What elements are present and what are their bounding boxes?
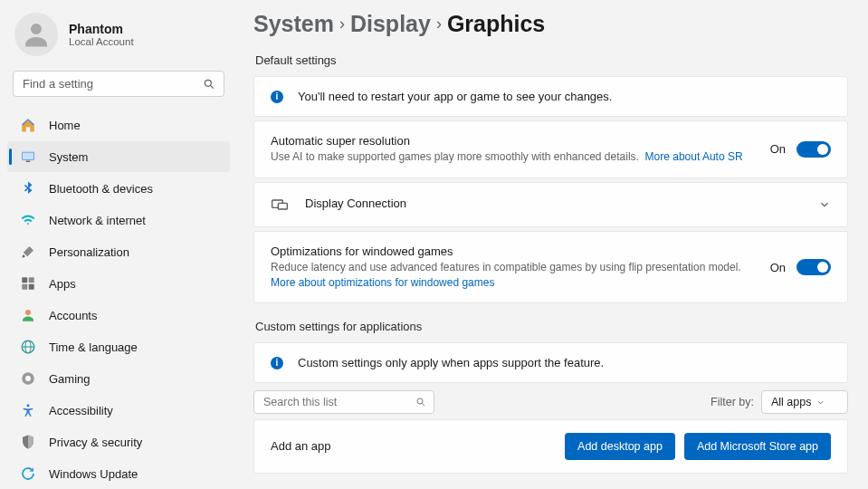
person-icon: [20, 18, 52, 51]
sidebar-item-network[interactable]: Network & internet: [7, 205, 230, 235]
display-connection-card[interactable]: Display Connection: [253, 182, 848, 227]
sidebar-item-label: Windows Update: [49, 467, 138, 481]
auto-sr-title: Automatic super resolution: [271, 134, 758, 148]
windowed-opt-toggle[interactable]: [796, 259, 831, 275]
breadcrumb: System › Display › Graphics: [253, 4, 848, 50]
add-ms-store-app-button[interactable]: Add Microsoft Store app: [684, 433, 831, 460]
chevron-down-icon: [818, 198, 831, 211]
update-icon: [20, 465, 36, 482]
app-list-search-input[interactable]: [253, 390, 434, 414]
add-app-card: Add an app Add desktop app Add Microsoft…: [253, 419, 848, 474]
custom-info-text: Custom settings only apply when apps sup…: [298, 356, 604, 369]
avatar: [14, 13, 58, 56]
sidebar-item-label: Time & language: [49, 340, 138, 354]
restart-info-text: You'll need to restart your app or game …: [298, 90, 612, 103]
sidebar-item-bluetooth[interactable]: Bluetooth & devices: [7, 173, 230, 204]
svg-point-1: [205, 80, 211, 86]
sidebar-search-wrap: [13, 71, 224, 97]
svg-rect-8: [22, 284, 27, 290]
info-icon: i: [271, 91, 283, 103]
sidebar-item-label: System: [49, 150, 88, 164]
profile-name: Phantom: [69, 22, 134, 36]
display-connection-title: Display Connection: [305, 197, 802, 210]
svg-point-19: [417, 398, 423, 404]
chevron-down-icon: [816, 398, 825, 408]
sidebar-item-label: Home: [49, 119, 81, 132]
sidebar-item-gaming[interactable]: Gaming: [7, 363, 230, 394]
search-icon: [415, 397, 426, 408]
nav-list: Home System Bluetooth & devices Network …: [7, 110, 230, 489]
gaming-icon: [20, 370, 36, 387]
svg-rect-6: [22, 277, 27, 283]
auto-sr-toggle[interactable]: [796, 141, 831, 158]
accessibility-icon: [20, 402, 36, 418]
sidebar-item-label: Accessibility: [49, 404, 113, 417]
search-icon: [203, 78, 215, 91]
chevron-right-icon: ›: [339, 14, 345, 34]
svg-line-2: [210, 85, 213, 88]
sidebar-item-label: Privacy & security: [49, 436, 142, 449]
breadcrumb-display[interactable]: Display: [350, 11, 431, 37]
main-content: System › Display › Graphics Default sett…: [237, 0, 868, 489]
svg-rect-7: [29, 277, 34, 283]
sidebar-item-time-language[interactable]: Time & language: [7, 331, 230, 362]
display-connection-icon: [271, 196, 289, 214]
auto-sr-toggle-label: On: [770, 142, 786, 156]
windowed-opt-toggle-label: On: [770, 261, 786, 274]
restart-info-card: i You'll need to restart your app or gam…: [253, 76, 848, 117]
svg-point-0: [31, 24, 42, 34]
profile-sub: Local Account: [69, 36, 134, 47]
home-icon: [20, 117, 36, 133]
filter-value: All apps: [771, 396, 811, 408]
filter-label: Filter by:: [711, 396, 754, 408]
svg-rect-9: [29, 284, 34, 290]
apps-icon: [20, 275, 36, 292]
app-list-controls: Filter by: All apps: [253, 390, 848, 414]
svg-rect-18: [278, 203, 287, 209]
sidebar-item-home[interactable]: Home: [7, 110, 230, 140]
sidebar-item-privacy[interactable]: Privacy & security: [7, 427, 230, 457]
sidebar-item-label: Apps: [49, 277, 76, 291]
custom-settings-title: Custom settings for applications: [255, 320, 848, 333]
svg-point-10: [25, 310, 31, 315]
auto-sr-link[interactable]: More about Auto SR: [645, 150, 743, 163]
info-icon: i: [271, 357, 283, 369]
profile-block[interactable]: Phantom Local Account: [7, 7, 230, 65]
sidebar-item-personalization[interactable]: Personalization: [7, 236, 230, 267]
windowed-opt-card: Optimizations for windowed games Reduce …: [253, 231, 848, 304]
svg-line-20: [422, 404, 424, 407]
custom-info-card: i Custom settings only apply when apps s…: [253, 342, 848, 383]
sidebar-search-input[interactable]: [13, 71, 224, 97]
chevron-right-icon: ›: [436, 14, 442, 34]
default-settings-title: Default settings: [255, 53, 848, 67]
shield-icon: [20, 434, 36, 450]
svg-point-15: [25, 376, 31, 381]
sidebar-item-accessibility[interactable]: Accessibility: [7, 395, 230, 426]
windowed-opt-link[interactable]: More about optimizations for windowed ga…: [271, 276, 494, 289]
filter-select[interactable]: All apps: [761, 390, 848, 414]
sidebar-item-apps[interactable]: Apps: [7, 268, 230, 299]
sidebar-item-label: Personalization: [49, 245, 129, 259]
breadcrumb-current: Graphics: [447, 11, 545, 37]
svg-rect-4: [23, 153, 33, 160]
accounts-icon: [20, 307, 36, 323]
add-app-title: Add an app: [271, 439, 331, 453]
sidebar-item-system[interactable]: System: [7, 141, 230, 172]
system-icon: [20, 149, 36, 165]
breadcrumb-system[interactable]: System: [253, 11, 334, 37]
sidebar: Phantom Local Account Home System Blueto…: [0, 0, 237, 489]
add-desktop-app-button[interactable]: Add desktop app: [565, 433, 675, 460]
windowed-opt-title: Optimizations for windowed games: [271, 244, 758, 258]
svg-point-16: [27, 404, 30, 407]
paintbrush-icon: [20, 244, 36, 260]
sidebar-item-label: Gaming: [49, 372, 91, 386]
auto-sr-desc: Use AI to make supported games play more…: [271, 150, 639, 163]
svg-rect-5: [26, 161, 31, 163]
windowed-opt-desc: Reduce latency and use advanced features…: [271, 261, 741, 273]
wifi-icon: [20, 212, 36, 228]
sidebar-item-label: Bluetooth & devices: [49, 182, 153, 196]
sidebar-item-label: Accounts: [49, 309, 97, 322]
auto-sr-card: Automatic super resolution Use AI to mak…: [253, 120, 848, 178]
sidebar-item-accounts[interactable]: Accounts: [7, 300, 230, 331]
sidebar-item-windows-update[interactable]: Windows Update: [7, 458, 230, 489]
